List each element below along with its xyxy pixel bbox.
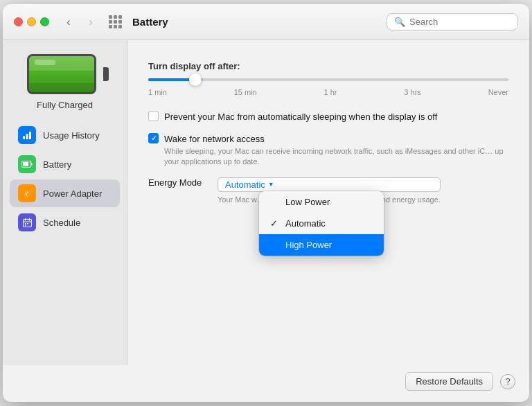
battery-status-container: Fully Charged: [27, 54, 103, 110]
prevent-sleep-row: Prevent your Mac from automatically slee…: [148, 110, 508, 123]
energy-mode-dropdown-menu: Low Power ✓ Automatic High Power: [259, 191, 384, 256]
sidebar-item-label: Battery: [43, 159, 71, 170]
energy-mode-dropdown[interactable]: Automatic ▼: [218, 177, 441, 192]
svg-rect-10: [23, 221, 31, 222]
close-button[interactable]: [14, 17, 23, 26]
battery-graphic: [27, 54, 103, 94]
wake-network-row: Wake for network access While sleeping, …: [148, 132, 508, 168]
checkmark-automatic: ✓: [270, 218, 280, 229]
dropdown-item-automatic[interactable]: ✓ Automatic: [259, 213, 384, 234]
svg-marker-6: [25, 189, 28, 197]
dropdown-item-label: Low Power: [285, 197, 330, 207]
battery-shine: [35, 60, 55, 65]
sidebar-nav: Usage History Battery: [3, 121, 127, 236]
dropdown-item-low-power[interactable]: Low Power: [259, 191, 384, 213]
forward-button[interactable]: ›: [82, 14, 99, 30]
titlebar: ‹ › Battery 🔍: [3, 4, 529, 40]
body: Fully Charged Usage History: [3, 40, 529, 365]
sidebar-item-battery[interactable]: Battery: [10, 150, 120, 178]
slider-label-never: Never: [488, 88, 508, 96]
search-input[interactable]: [409, 17, 511, 27]
display-off-section: Turn display off after: 1 min 15 min 1 h…: [148, 61, 508, 96]
prevent-sleep-checkbox[interactable]: [148, 111, 159, 121]
slider-thumb[interactable]: [189, 73, 202, 86]
battery-status-text: Fully Charged: [37, 100, 93, 110]
energy-mode-selected: Automatic: [225, 179, 265, 190]
battery-tip: [103, 67, 109, 81]
wake-network-label-container: Wake for network access While sleeping, …: [164, 132, 508, 168]
svg-rect-12: [27, 223, 28, 224]
slider-labels: 1 min 15 min 1 hr 3 hrs Never: [148, 88, 508, 96]
svg-rect-0: [23, 136, 25, 139]
main-content: Turn display off after: 1 min 15 min 1 h…: [127, 40, 529, 365]
slider-label-1min: 1 min: [148, 88, 167, 96]
sidebar-item-label: Power Adapter: [43, 188, 102, 199]
main-window: ‹ › Battery 🔍 Fully Charged: [3, 4, 529, 402]
wake-network-sublabel: While sleeping, your Mac can receive inc…: [164, 146, 508, 168]
svg-rect-11: [25, 223, 26, 224]
power-adapter-icon: [18, 184, 36, 202]
footer: Restore Defaults ?: [3, 365, 529, 402]
battery-icon: [18, 155, 36, 173]
dropdown-item-high-power[interactable]: High Power: [259, 234, 384, 256]
sidebar-item-power-adapter[interactable]: Power Adapter: [10, 179, 120, 207]
search-icon: 🔍: [394, 17, 405, 27]
sidebar: Fully Charged Usage History: [3, 40, 127, 365]
sidebar-item-schedule[interactable]: Schedule: [10, 209, 120, 236]
traffic-lights: [14, 17, 49, 26]
dropdown-item-label: High Power: [285, 240, 332, 250]
svg-rect-9: [28, 218, 29, 221]
slider-label-15min: 15 min: [234, 88, 257, 96]
page-title: Battery: [132, 16, 381, 28]
slider-label-1hr: 1 hr: [324, 88, 337, 96]
grid-icon[interactable]: [109, 15, 123, 29]
energy-mode-label: Energy Mode: [148, 177, 211, 188]
wake-network-checkbox[interactable]: [148, 133, 159, 143]
chevron-down-icon: ▼: [268, 181, 274, 188]
sidebar-item-usage-history[interactable]: Usage History: [10, 121, 120, 149]
svg-rect-2: [29, 132, 31, 139]
slider-label-3hrs: 3 hrs: [404, 88, 420, 96]
svg-rect-4: [23, 162, 28, 166]
wake-network-label: Wake for network access: [164, 134, 265, 144]
restore-defaults-button[interactable]: Restore Defaults: [405, 372, 493, 391]
usage-history-icon: [18, 126, 36, 144]
search-box[interactable]: 🔍: [387, 13, 518, 30]
prevent-sleep-label-container: Prevent your Mac from automatically slee…: [164, 110, 437, 123]
svg-rect-8: [25, 218, 26, 221]
back-button[interactable]: ‹: [60, 14, 77, 30]
slider-track: [148, 78, 508, 81]
sidebar-item-label: Schedule: [43, 218, 80, 228]
display-off-label: Turn display off after:: [148, 61, 508, 71]
svg-rect-13: [25, 224, 26, 226]
dropdown-item-label: Automatic: [285, 218, 326, 229]
svg-rect-5: [31, 164, 33, 166]
maximize-button[interactable]: [40, 17, 49, 26]
help-button[interactable]: ?: [500, 374, 515, 389]
minimize-button[interactable]: [27, 17, 36, 26]
sidebar-item-label: Usage History: [43, 130, 100, 141]
schedule-icon: [18, 213, 36, 231]
svg-rect-1: [26, 134, 28, 139]
prevent-sleep-label: Prevent your Mac from automatically slee…: [164, 112, 437, 122]
battery-body: [27, 54, 96, 94]
